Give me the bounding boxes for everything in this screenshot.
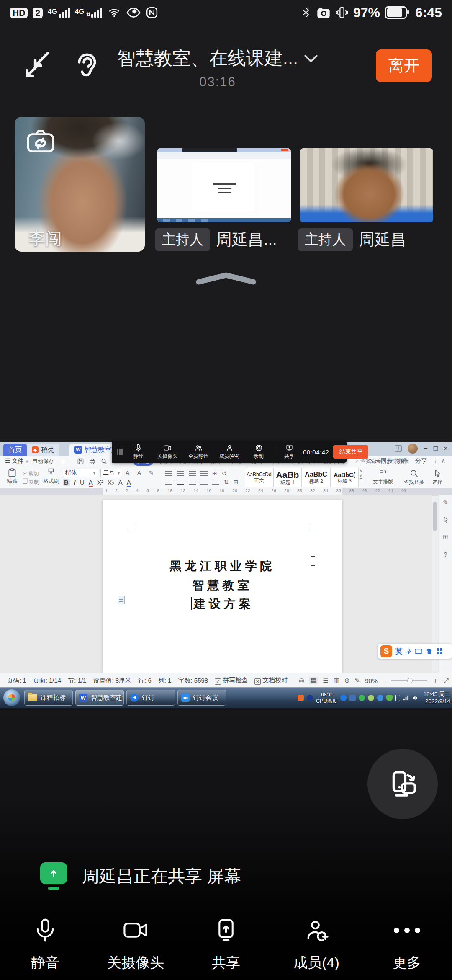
pc-camera-button[interactable]: 关摄像头 (152, 444, 183, 460)
italic-button[interactable]: I (74, 479, 76, 486)
mute-button[interactable]: 静音 (0, 909, 90, 980)
tray-green-icon[interactable] (359, 695, 365, 701)
copy-button[interactable]: 复制 (23, 479, 39, 486)
tray-sogou-icon[interactable] (298, 695, 304, 701)
participant-tile-screenshare[interactable] (157, 148, 291, 222)
underline-button[interactable]: U (80, 479, 85, 486)
scroll-thumb[interactable] (433, 502, 437, 531)
tray-shield-icon[interactable] (386, 695, 393, 701)
ime-skin-icon[interactable] (426, 648, 433, 655)
drag-handle[interactable] (117, 449, 118, 455)
tray-leaf-icon[interactable] (368, 695, 374, 701)
font-color-button[interactable]: A (89, 479, 93, 486)
subscript-button[interactable]: X₂ (108, 479, 114, 486)
pen-tool-icon[interactable]: ✎ (443, 499, 448, 506)
font-name-select[interactable]: 楷体 ▾ (63, 469, 98, 477)
settings-tool-icon[interactable]: ⊞ (443, 533, 448, 541)
spin-up-icon[interactable]: ∧ (360, 469, 362, 473)
document-page[interactable]: 黑龙江职业学院 智慧教室 建设方案 (103, 500, 342, 673)
select-tool-icon[interactable] (443, 516, 449, 523)
tray-dingtalk-icon[interactable] (340, 695, 347, 701)
clear-format-icon[interactable]: ✎ (149, 469, 154, 476)
ime-mic-icon[interactable] (406, 648, 411, 655)
tray-network-icon[interactable] (403, 695, 409, 701)
ime-mode[interactable]: 英 (396, 647, 403, 656)
style-gallery-spinner[interactable]: ∧ ∨ ☰ (359, 469, 362, 482)
text-effect-button[interactable]: A (118, 479, 123, 486)
close-button[interactable]: × (444, 444, 448, 453)
participant-tile-host[interactable] (300, 148, 433, 222)
share-button[interactable]: 共享 (181, 909, 271, 980)
font-size-select[interactable]: 二号 ▾ (100, 469, 122, 477)
status-wordcount[interactable]: 字数: 5598 (178, 677, 208, 685)
ime-keyboard-icon[interactable] (415, 648, 422, 654)
more-tools-icon[interactable]: ⋯ (442, 664, 449, 672)
maximize-button[interactable]: □ (434, 444, 438, 453)
wps-tab-docer[interactable]: ◆ 稻壳 (27, 444, 59, 456)
sort-icon[interactable]: ⊞ (212, 470, 217, 477)
border-icon[interactable]: ⊞ (234, 479, 239, 485)
collapse-ribbon-icon[interactable]: ∧ (441, 457, 445, 464)
start-button[interactable] (3, 689, 20, 706)
cut-button[interactable]: ✂ 剪切 (23, 470, 39, 477)
rotate-screen-button[interactable] (367, 749, 438, 819)
end-share-button[interactable]: 结束共享 (333, 445, 368, 459)
wps-tab-home[interactable]: 首页 (3, 444, 27, 456)
indent-decrease-icon[interactable] (189, 471, 196, 476)
print-icon[interactable] (89, 458, 95, 464)
collapse-handle[interactable] (195, 271, 257, 286)
paragraph-selector-icon[interactable] (118, 596, 125, 604)
pc-meeting-toolbar[interactable]: 静音 关摄像头 全员静音 成员(4/4) (112, 441, 347, 463)
sync-status[interactable]: 未同步 (367, 457, 393, 465)
format-painter-button[interactable]: 格式刷 (42, 468, 60, 485)
members-button[interactable]: 成员(4) (271, 909, 362, 980)
text-layout-button[interactable]: 文字排版 (367, 468, 398, 487)
save-icon[interactable] (77, 458, 84, 464)
find-replace-button[interactable]: 查找替换 (398, 468, 429, 487)
sogou-logo-icon[interactable]: S (380, 645, 392, 657)
camera-flip-icon[interactable] (25, 127, 56, 153)
zoom-slider[interactable] (391, 680, 427, 681)
tray-volume-icon[interactable] (412, 695, 419, 701)
select-button[interactable]: 选择 (425, 468, 449, 487)
grow-font-icon[interactable]: A⁺ (126, 469, 133, 476)
pc-mute-all-button[interactable]: 全员静音 (183, 444, 214, 460)
line-spacing-icon[interactable]: ⇅ (224, 479, 229, 485)
record-macro-icon[interactable]: ◎ (299, 677, 304, 684)
share-button[interactable]: 分享 (415, 457, 427, 465)
number-list-icon[interactable] (177, 471, 184, 476)
zoom-in-icon[interactable]: ＋ (432, 677, 439, 685)
proofread-toggle[interactable]: ✕文档校对 (254, 676, 288, 685)
align-icons[interactable]: ⇅ ⊞ (165, 479, 238, 485)
style-heading3[interactable]: AaBbC( 标题 3 (330, 468, 359, 487)
edit-pen-icon[interactable]: ✎ (355, 677, 360, 684)
view-read-icon[interactable]: ⊕ (344, 677, 350, 684)
shared-screen[interactable]: 首页 ◆ 稻壳 W 智慧教室建设方案.. 1 − □ × ☰ 文件 ∨ (0, 442, 452, 708)
document-area[interactable]: 黑龙江职业学院 智慧教室 建设方案 ✎ ⊞ ? ⋯ S 英 (0, 495, 452, 673)
tray-battery-icon[interactable] (396, 695, 400, 701)
view-outline-icon[interactable]: ☰ (323, 677, 328, 684)
ime-grid-icon[interactable] (436, 648, 443, 655)
camera-off-button[interactable]: 关摄像头 (90, 909, 181, 980)
align-right-icon[interactable] (189, 480, 196, 485)
spellcheck-toggle[interactable]: ✓拼写检查 (215, 676, 248, 685)
more-menu-icon[interactable]: ⋮ (432, 457, 438, 464)
wrap-icon[interactable]: ↺ (222, 470, 227, 477)
superscript-button[interactable]: X² (97, 479, 103, 486)
pc-share-button[interactable]: 共享 (278, 444, 300, 460)
highlight-button[interactable]: A (127, 479, 131, 486)
pc-mute-button[interactable]: 静音 (124, 444, 152, 460)
zoom-knob[interactable] (407, 678, 413, 683)
minimize-button[interactable]: − (424, 444, 428, 453)
more-button[interactable]: 更多 (362, 909, 452, 980)
taskbar-folder-button[interactable]: 课程招标 (24, 690, 73, 706)
view-web-icon[interactable]: ▥ (334, 677, 339, 684)
fullscreen-icon[interactable]: ⤢ (444, 677, 449, 684)
taskbar-clock[interactable]: 18:45 周三 2022/9/14 (423, 691, 450, 705)
taskbar-wps-button[interactable]: W 智慧教室建设方... (75, 690, 124, 706)
pc-members-button[interactable]: 成员(4/4) (214, 444, 245, 460)
gallery-more-icon[interactable]: ☰ (359, 478, 362, 482)
distribute-icon[interactable] (212, 480, 219, 485)
collab-button[interactable]: 协作 (397, 457, 408, 465)
style-heading2[interactable]: AaBbC 标题 2 (302, 468, 330, 487)
